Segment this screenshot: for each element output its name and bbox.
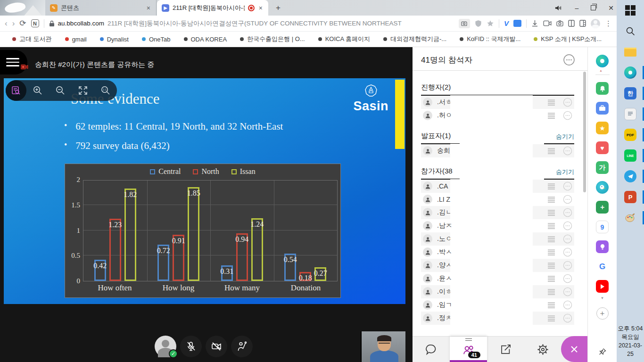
start-button[interactable]: [617, 0, 644, 21]
participant-row[interactable]: .LI Z: [421, 193, 574, 206]
add-sidebar-app-icon[interactable]: ＋: [596, 307, 609, 320]
attendance-list-icon[interactable]: [547, 148, 555, 155]
bookmark-item[interactable]: KOICA 홈페이지: [313, 35, 376, 43]
participant-menu-icon[interactable]: [563, 98, 572, 107]
participant-menu-icon[interactable]: [563, 274, 572, 283]
youtube-icon[interactable]: [596, 280, 609, 293]
participant-row[interactable]: .남ㅈ: [421, 219, 574, 232]
pdf-viewer-icon[interactable]: PDF: [617, 124, 644, 145]
fit-screen-icon[interactable]: [72, 85, 94, 96]
bookmark-item[interactable]: 고대 도서관: [7, 35, 58, 43]
content-search-icon[interactable]: [6, 80, 26, 101]
notepad-icon[interactable]: [617, 104, 644, 124]
participant-menu-icon[interactable]: [563, 208, 572, 217]
participant-row[interactable]: .정ㅊ: [421, 312, 574, 325]
taskbar-clock[interactable]: 오후 5:04 목요일 2021-03-25: [617, 324, 644, 359]
whale-belly-icon[interactable]: [596, 55, 609, 67]
zoom-out-icon[interactable]: [49, 85, 72, 96]
my-status-avatar[interactable]: ✓: [155, 336, 176, 357]
camera-icon[interactable]: [556, 20, 563, 26]
bookmark-star-icon[interactable]: [487, 20, 494, 27]
google-icon[interactable]: G: [596, 260, 609, 273]
participant-row[interactable]: 송희: [421, 144, 574, 157]
attendance-list-icon[interactable]: [547, 236, 555, 243]
participant-menu-icon[interactable]: [563, 287, 572, 296]
session-menu-button[interactable]: [0, 50, 27, 74]
attendance-list-icon[interactable]: [547, 209, 555, 216]
translate-icon[interactable]: 가: [596, 161, 609, 174]
sidebar-collapse-icon[interactable]: ▾: [601, 296, 603, 300]
attendance-list-icon[interactable]: [547, 275, 555, 282]
participant-menu-icon[interactable]: [563, 111, 572, 120]
share-content-tab[interactable]: [487, 337, 524, 362]
browser-tab[interactable]: ✎콘텐츠×: [45, 0, 157, 16]
actual-size-icon[interactable]: 1:1: [94, 85, 117, 96]
download-icon[interactable]: [531, 20, 538, 27]
participant-row[interactable]: .윤ㅅ: [421, 272, 574, 285]
participant-menu-icon[interactable]: [563, 221, 572, 230]
vibe-extension-icon[interactable]: V: [504, 19, 509, 27]
microphone-off-button[interactable]: [180, 336, 202, 357]
bookmark-item[interactable]: ODA KOREA: [178, 36, 233, 43]
participant-menu-icon[interactable]: [563, 300, 572, 310]
notification-bell-icon[interactable]: [596, 82, 609, 95]
tab-close-icon[interactable]: ×: [258, 4, 264, 12]
participant-row[interactable]: .이ㅎ: [421, 285, 574, 298]
green-cross-icon[interactable]: ＋: [596, 201, 609, 214]
url-field[interactable]: au.bbcollab.com 211R [대학원]동북아시아-동남아시아연결성…: [49, 19, 454, 28]
heart-icon[interactable]: ♥: [596, 141, 609, 154]
back-icon[interactable]: ‹: [5, 19, 8, 28]
restore-button[interactable]: [591, 5, 596, 10]
participant-row[interactable]: .허ㅇ: [421, 109, 574, 122]
participant-menu-icon[interactable]: [563, 195, 572, 204]
volume-icon[interactable]: [555, 5, 562, 11]
collapse-panel-button[interactable]: [561, 336, 587, 362]
powerpoint-icon[interactable]: P: [617, 187, 644, 207]
new-tab-button[interactable]: +: [272, 2, 284, 14]
bookmark-item[interactable]: OneTab: [136, 36, 176, 43]
favorites-star-icon[interactable]: ★: [596, 122, 609, 134]
bookmark-item[interactable]: 한국수출입은행 | O...: [234, 35, 311, 43]
hide-link[interactable]: 숨기기: [556, 132, 574, 141]
chat-tab[interactable]: [413, 337, 450, 362]
participant-row[interactable]: .양ㅅ: [421, 259, 574, 272]
shield-icon[interactable]: [475, 20, 482, 27]
tab-close-icon[interactable]: ×: [146, 4, 151, 12]
participant-row[interactable]: .서ㅎ: [421, 96, 574, 109]
zoom-in-icon[interactable]: [26, 85, 49, 96]
panel-drag-handle[interactable]: [465, 338, 472, 341]
attendance-list-icon[interactable]: [547, 196, 555, 203]
reload-icon[interactable]: ⟳: [19, 18, 26, 28]
participant-menu-icon[interactable]: [563, 313, 572, 323]
participant-row[interactable]: .박ㅅ: [421, 246, 574, 259]
taskbar-search-icon[interactable]: [617, 21, 644, 41]
korean-dictionary-icon[interactable]: 한: [617, 83, 644, 104]
attendance-list-icon[interactable]: [547, 112, 555, 119]
bird-assistant-icon[interactable]: [596, 181, 609, 194]
participant-menu-icon[interactable]: [563, 247, 572, 257]
attendance-list-icon[interactable]: [547, 249, 555, 256]
participant-row[interactable]: .노ㅇ: [421, 232, 574, 246]
presenter-webcam[interactable]: [361, 331, 405, 362]
telegram-icon[interactable]: [617, 166, 644, 187]
panel-options-icon[interactable]: [563, 54, 575, 66]
workspace-briefcase-icon[interactable]: [596, 102, 609, 115]
hide-link[interactable]: 숨기기: [556, 168, 574, 176]
attendance-list-icon[interactable]: [547, 262, 555, 269]
participant-row[interactable]: .임ㄱ: [421, 298, 574, 312]
bookmark-item[interactable]: Dynalist: [94, 36, 134, 43]
participant-row[interactable]: .김ㄴ: [421, 206, 574, 219]
attendance-list-icon[interactable]: [547, 302, 555, 309]
minimize-button[interactable]: –: [575, 5, 578, 11]
sidebar-single-icon[interactable]: [568, 20, 575, 27]
video-capture-icon[interactable]: [543, 20, 552, 26]
paint-icon[interactable]: [617, 207, 644, 228]
attendance-list-icon[interactable]: [547, 222, 555, 230]
participant-menu-icon[interactable]: [563, 261, 572, 270]
bookmark-item[interactable]: gmail: [59, 36, 92, 43]
line-messenger-icon[interactable]: LINE: [617, 145, 644, 166]
camera-off-button[interactable]: [206, 336, 227, 357]
participant-menu-icon[interactable]: [563, 146, 572, 156]
participant-menu-icon[interactable]: [563, 234, 572, 244]
naver-extension-icon[interactable]: N: [31, 19, 39, 27]
